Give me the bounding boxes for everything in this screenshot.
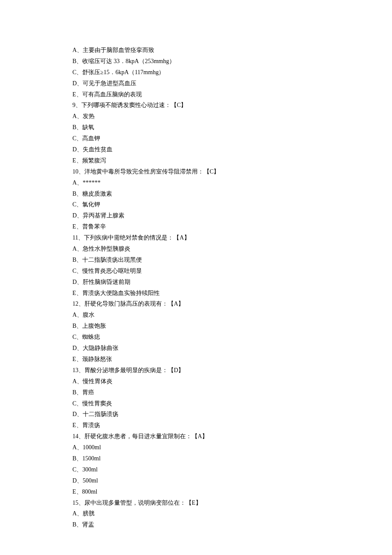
text-line: E、颈静脉怒张 <box>72 354 392 365</box>
text-line: D、大隐静脉曲张 <box>72 343 392 354</box>
text-line: 14、肝硬化腹水患者，每日进水量宜限制在：【A】 <box>72 431 392 442</box>
text-line: E、胃溃疡 <box>72 420 392 431</box>
text-line: E、胃溃疡大便隐血实验持续阳性 <box>72 288 392 299</box>
text-line: C、高血钾 <box>72 133 392 144</box>
text-line: A、1000ml <box>72 442 392 453</box>
text-line: A、发热 <box>72 111 392 122</box>
text-line: D、可见于急进型高血压 <box>72 78 392 89</box>
text-line: 9、下列哪项不能诱发窦性心动过速：【C】 <box>72 100 392 111</box>
text-line: 10、洋地黄中毒所导致完全性房室传导阻滞禁用：【C】 <box>72 166 392 177</box>
text-line: E、普鲁苯辛 <box>72 221 392 232</box>
text-line: E、频繁腹泻 <box>72 155 392 166</box>
text-line: E、800ml <box>72 486 392 497</box>
text-line: C、舒张压≥15．6kpA（117mmhg） <box>72 67 392 78</box>
document-content: A、主要由于脑部血管痉挛而致 B、收缩压可达 33．8kpA（253mmhg） … <box>72 45 392 530</box>
text-line: C、慢性胃窦炎 <box>72 398 392 409</box>
text-line: B、上腹饱胀 <box>72 321 392 332</box>
text-line: A、膀胱 <box>72 508 392 519</box>
text-line: C、300ml <box>72 464 392 475</box>
text-line: A、主要由于脑部血管痉挛而致 <box>72 45 392 56</box>
text-line: B、收缩压可达 33．8kpA（253mmhg） <box>72 56 392 67</box>
text-line: C、慢性胃炎恶心呕吐明显 <box>72 266 392 277</box>
text-line: A、慢性胃体炎 <box>72 376 392 387</box>
text-line: B、胃癌 <box>72 387 392 398</box>
text-line: B、十二指肠溃疡出现黑便 <box>72 254 392 266</box>
text-line: 11、下列疾病中需绝对禁食的情况是：【A】 <box>72 232 392 243</box>
text-line: C、蜘蛛痣 <box>72 332 392 343</box>
text-line: D、异丙基肾上腺素 <box>72 210 392 221</box>
text-line: 15、尿中出现多量管型，说明病变部位在：【E】 <box>72 497 392 509</box>
text-line: D、500ml <box>72 475 392 486</box>
text-line: 12、肝硬化导致门脉高压的表现有：【A】 <box>72 298 392 309</box>
text-line: A、****** <box>72 177 392 188</box>
text-line: B、糖皮质激素 <box>72 188 392 199</box>
text-line: B、肾盂 <box>72 519 392 530</box>
text-line: B、缺氧 <box>72 122 392 133</box>
text-line: D、肝性脑病昏迷前期 <box>72 277 392 288</box>
text-line: D、十二指肠溃疡 <box>72 409 392 420</box>
text-line: D、失血性贫血 <box>72 144 392 155</box>
text-line: A、腹水 <box>72 309 392 321</box>
text-line: A、急性水肿型胰腺炎 <box>72 243 392 254</box>
text-line: C、氯化钾 <box>72 199 392 210</box>
text-line: 13、胃酸分泌增多最明显的疾病是：【D】 <box>72 365 392 376</box>
text-line: E、可有高血压脑病的表现 <box>72 89 392 100</box>
text-line: B、1500ml <box>72 453 392 464</box>
